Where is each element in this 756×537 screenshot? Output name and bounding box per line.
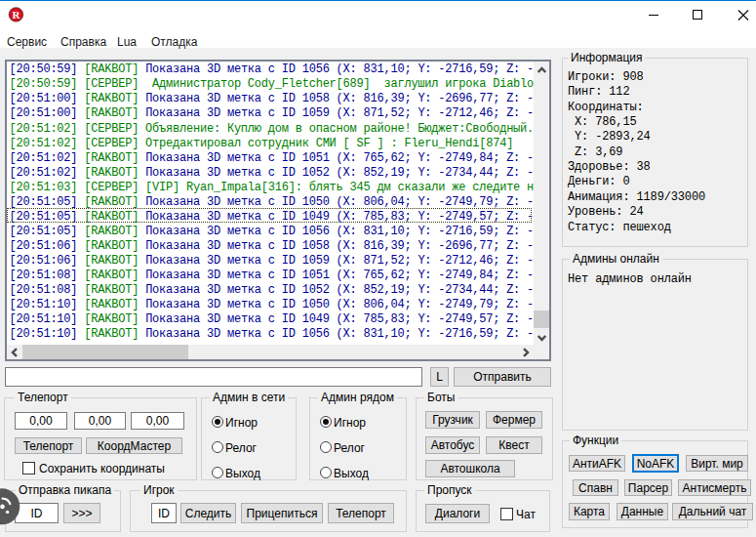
svg-text:R: R bbox=[13, 9, 21, 21]
